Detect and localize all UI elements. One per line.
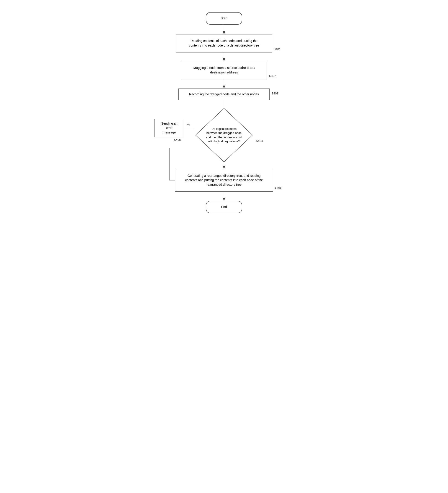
s403-tag: S403 [271,92,278,95]
s405-label: Sending an errormessage [158,121,181,135]
s404-label: Do logical relationsbetween the dragged … [201,107,247,163]
s404-tag: S404 [256,139,263,143]
s405-node: Sending an errormessage [154,119,184,137]
s402-tag: S402 [269,74,276,78]
start-node: Start [206,12,242,25]
s404-diamond-wrapper: Do logical relationsbetween the dragged … [194,107,254,163]
flowchart-diagram: No Yes Start Reading contents of each no… [144,9,304,237]
s406-node: Generating a rearranged directory tree, … [175,169,273,192]
s403-label: Recording the dragged node and the other… [189,92,259,97]
s406-label: Generating a rearranged directory tree, … [185,174,263,187]
s401-label: Reading contents of each node, and putti… [189,39,259,48]
s402-node: Dragging a node from a source address to… [181,61,267,79]
s402-label: Dragging a node from a source address to… [193,66,255,75]
start-label: Start [221,16,227,21]
s401-tag: S401 [274,47,280,51]
s403-node: Recording the dragged node and the other… [178,89,270,100]
s401-node: Reading contents of each node, and putti… [176,34,272,53]
s406-tag: S406 [275,186,281,189]
end-label: End [221,205,227,209]
s405-tag: S405 [174,138,181,141]
end-node: End [206,201,242,213]
svg-text:No: No [186,123,190,126]
